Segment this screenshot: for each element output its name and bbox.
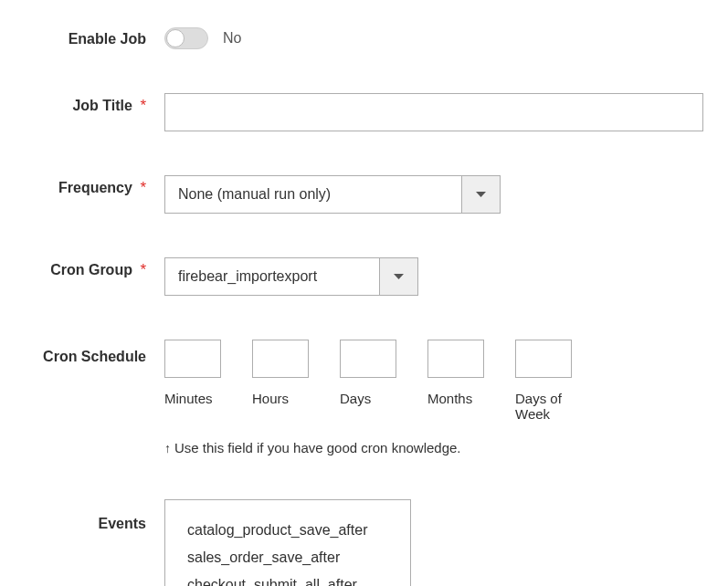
cron-hours-input[interactable]: [252, 340, 309, 378]
enable-job-state-text: No: [223, 30, 241, 47]
frequency-selected: None (manual run only): [165, 186, 461, 203]
events-listbox[interactable]: catalog_product_save_after sales_order_s…: [164, 499, 411, 586]
required-marker: *: [140, 179, 146, 196]
cron-group-selected: firebear_importexport: [165, 268, 379, 285]
cron-dow-input[interactable]: [515, 340, 572, 378]
svg-marker-1: [394, 274, 404, 279]
svg-marker-0: [476, 192, 486, 197]
cron-days-label: Days: [340, 391, 371, 406]
chevron-down-icon: [379, 258, 417, 295]
chevron-down-icon: [461, 176, 500, 213]
list-item[interactable]: checkout_submit_all_after: [165, 571, 410, 586]
required-marker: *: [140, 261, 146, 278]
cron-schedule-note: ↑Use this field if you have good cron kn…: [164, 440, 461, 455]
job-title-input[interactable]: [164, 93, 703, 131]
cron-group-select[interactable]: firebear_importexport: [164, 257, 418, 296]
cron-months-label: Months: [427, 391, 472, 406]
frequency-label: Frequency: [58, 180, 132, 195]
cron-days-input[interactable]: [340, 340, 396, 378]
cron-schedule-label: Cron Schedule: [43, 349, 146, 364]
cron-hours-label: Hours: [252, 391, 289, 406]
required-marker: *: [140, 97, 146, 114]
job-title-label: Job Title: [72, 98, 132, 113]
cron-dow-label: Days of Week: [515, 391, 579, 422]
list-item[interactable]: sales_order_save_after: [165, 544, 410, 571]
arrow-up-icon: ↑: [164, 441, 171, 455]
cron-months-input[interactable]: [427, 340, 484, 378]
events-label: Events: [99, 516, 146, 531]
cron-minutes-input[interactable]: [164, 340, 221, 378]
cron-group-label: Cron Group: [50, 262, 132, 277]
enable-job-label: Enable Job: [69, 31, 146, 47]
enable-job-toggle[interactable]: [164, 27, 208, 49]
frequency-select[interactable]: None (manual run only): [164, 175, 501, 214]
cron-minutes-label: Minutes: [164, 391, 213, 406]
list-item[interactable]: catalog_product_save_after: [165, 517, 410, 544]
